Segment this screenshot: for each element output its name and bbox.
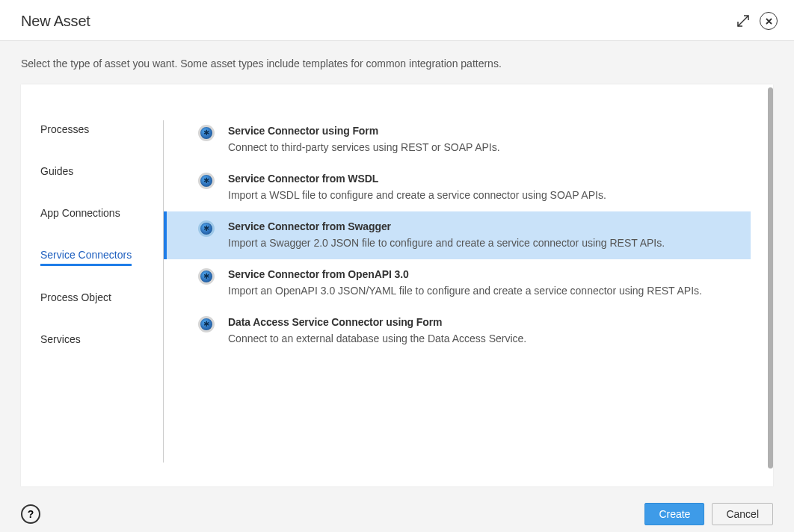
options-list: Service Connector using Form Connect to … — [164, 84, 773, 486]
option-data-access-connector[interactable]: Data Access Service Connector using Form… — [164, 307, 751, 355]
option-desc: Connect to third-party services using RE… — [228, 141, 500, 153]
content-wrap: Processes Guides App Connections Service… — [0, 84, 794, 486]
close-icon[interactable] — [760, 12, 778, 30]
connector-icon — [198, 125, 215, 141]
option-service-connector-form[interactable]: Service Connector using Form Connect to … — [164, 116, 751, 164]
sidebar-item-processes[interactable]: Processes — [40, 120, 89, 140]
sidebar-item-services[interactable]: Services — [40, 330, 81, 350]
cancel-button[interactable]: Cancel — [712, 503, 773, 525]
help-icon[interactable]: ? — [21, 504, 40, 524]
connector-icon — [198, 173, 215, 189]
option-desc: Import an OpenAPI 3.0 JSON/YAML file to … — [228, 285, 702, 297]
option-title: Service Connector from OpenAPI 3.0 — [228, 268, 702, 280]
option-title: Data Access Service Connector using Form — [228, 316, 526, 328]
sidebar-item-service-connectors[interactable]: Service Connectors — [40, 246, 132, 266]
option-desc: Import a Swagger 2.0 JSON file to config… — [228, 237, 665, 249]
option-text: Service Connector from WSDL Import a WSD… — [228, 173, 606, 201]
content-box: Processes Guides App Connections Service… — [21, 84, 773, 486]
header-actions — [734, 12, 778, 30]
scrollbar-track[interactable] — [767, 84, 773, 486]
create-button[interactable]: Create — [644, 503, 704, 525]
option-service-connector-wsdl[interactable]: Service Connector from WSDL Import a WSD… — [164, 164, 751, 211]
sidebar-item-app-connections[interactable]: App Connections — [40, 204, 120, 223]
option-title: Service Connector from Swagger — [228, 220, 665, 232]
option-service-connector-swagger[interactable]: Service Connector from Swagger Import a … — [164, 211, 751, 259]
sidebar-item-process-object[interactable]: Process Object — [40, 288, 111, 308]
option-title: Service Connector from WSDL — [228, 173, 606, 185]
connector-icon — [198, 268, 215, 285]
sidebar: Processes Guides App Connections Service… — [21, 84, 163, 486]
sidebar-item-guides[interactable]: Guides — [40, 162, 73, 182]
dialog-subtitle: Select the type of asset you want. Some … — [0, 41, 794, 84]
connector-icon — [198, 316, 215, 332]
option-service-connector-openapi[interactable]: Service Connector from OpenAPI 3.0 Impor… — [164, 259, 751, 307]
dialog-title: New Asset — [21, 13, 90, 30]
footer-buttons: Create Cancel — [644, 503, 773, 525]
option-text: Data Access Service Connector using Form… — [228, 316, 526, 344]
option-desc: Connect to an external database using th… — [228, 332, 526, 344]
option-text: Service Connector using Form Connect to … — [228, 125, 500, 153]
option-text: Service Connector from OpenAPI 3.0 Impor… — [228, 268, 702, 297]
option-desc: Import a WSDL file to configure and crea… — [228, 189, 606, 201]
scrollbar-thumb[interactable] — [768, 87, 773, 468]
option-title: Service Connector using Form — [228, 125, 500, 137]
dialog-header: New Asset — [0, 0, 794, 41]
expand-icon[interactable] — [734, 12, 752, 30]
dialog-footer: ? Create Cancel — [0, 486, 794, 532]
option-text: Service Connector from Swagger Import a … — [228, 220, 665, 249]
connector-icon — [198, 220, 215, 237]
